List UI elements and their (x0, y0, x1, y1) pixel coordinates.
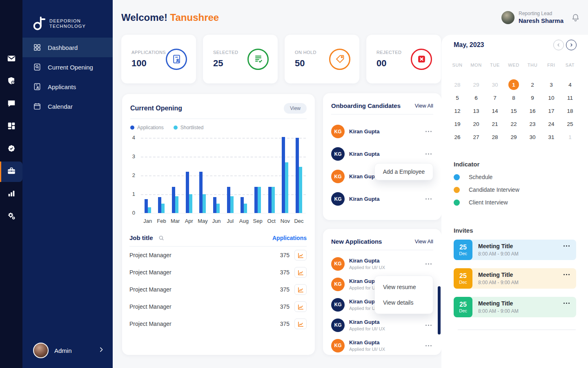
meeting-card[interactable]: 25 Dec Meeting Title 8:00 AM - 9:00 AM (454, 297, 576, 317)
bar-chart-icon (7, 189, 16, 200)
meeting-card[interactable]: 25 Dec Meeting Title 8:00 AM - 9:00 AM (454, 240, 576, 260)
add-employee-popup: Add a Employee (374, 163, 433, 180)
chevron-right-icon[interactable] (98, 346, 105, 355)
calendar-day[interactable]: 15 (504, 104, 523, 117)
context-menu-item[interactable]: View resume (375, 279, 433, 295)
meeting-card[interactable]: 25 Dec Meeting Title 8:00 AM - 9:00 AM (454, 268, 576, 289)
meeting-time: 8:00 AM - 9:00 AM (478, 280, 519, 285)
trend-chart-button[interactable] (294, 267, 307, 278)
calendar-day[interactable]: 1 (504, 78, 523, 91)
nav-applicants-icon (33, 83, 41, 91)
more-options-icon[interactable] (424, 262, 433, 266)
more-options-icon[interactable] (424, 129, 433, 134)
admin-row[interactable]: Admin (22, 343, 113, 358)
calendar-day[interactable]: 8 (504, 91, 523, 104)
calendar-day[interactable]: 13 (467, 104, 486, 117)
sidebar-item[interactable]: Dashboard (22, 38, 113, 57)
bar-group-sep (254, 138, 261, 213)
calendar-day[interactable]: 11 (561, 91, 579, 104)
grid-icon (7, 121, 16, 132)
more-options-icon[interactable] (562, 272, 571, 277)
calendar-day[interactable]: 18 (561, 104, 579, 117)
new-applications-view-all-link[interactable]: View All (415, 238, 433, 245)
admin-avatar (33, 343, 49, 358)
reporting-lead-name: Naresh Sharma (519, 17, 564, 24)
calendar-day[interactable]: 17 (542, 104, 561, 117)
calendar-day[interactable]: 21 (486, 117, 504, 130)
trend-chart-button[interactable] (294, 250, 307, 260)
nav-dashboard-icon (33, 43, 41, 52)
calendar-day[interactable]: 29 (467, 78, 486, 91)
calendar-day[interactable]: 22 (504, 117, 523, 130)
calendar-day[interactable]: 25 (561, 117, 579, 130)
calendar-day[interactable]: 3 (542, 78, 561, 91)
calendar-day[interactable]: 27 (467, 130, 486, 144)
calendar-day[interactable]: 12 (448, 104, 467, 117)
calendar-day[interactable]: 20 (467, 117, 486, 130)
chat-icon (7, 99, 16, 110)
view-button[interactable]: View (284, 103, 307, 114)
calendar-day[interactable]: 28 (486, 130, 504, 144)
indicator-label: Client Interview (469, 199, 508, 206)
more-options-icon[interactable] (562, 244, 571, 248)
meeting-title: Meeting Title (478, 243, 519, 249)
calendar-day[interactable]: 29 (504, 130, 523, 144)
calendar-day[interactable]: 30 (523, 130, 542, 144)
calendar-day[interactable]: 10 (542, 91, 561, 104)
calendar-day[interactable]: 24 (542, 117, 561, 130)
bar-group-nov (282, 138, 288, 213)
calendar-day[interactable]: 5 (448, 91, 467, 104)
nav-calendar-icon (33, 102, 41, 110)
sidebar-item[interactable]: Current Opening (22, 57, 113, 77)
page-title: Welcome! Tanushree (121, 12, 219, 23)
calendar-day[interactable]: 1 (561, 130, 579, 144)
admin-label: Admin (54, 347, 72, 354)
more-options-icon[interactable] (424, 152, 433, 156)
calendar-day[interactable]: 6 (467, 91, 486, 104)
calendar-next-icon[interactable] (566, 40, 577, 50)
trend-chart-button[interactable] (294, 301, 307, 312)
more-options-icon[interactable] (424, 197, 433, 201)
onboarding-title: Onboarding Candidates (331, 102, 401, 109)
job-applications-count: 375 (280, 252, 290, 258)
more-options-icon[interactable] (424, 323, 433, 328)
stat-label: REJECTED (376, 50, 401, 55)
calendar-day[interactable]: 2 (523, 78, 542, 91)
calendar-day-headers: SUNMONTUEWEDTHUFRISAT (448, 61, 577, 69)
onboarding-view-all-link[interactable]: View All (415, 103, 433, 109)
calendar-day[interactable]: 7 (486, 91, 504, 104)
sidebar-item[interactable]: Calendar (22, 96, 113, 116)
calendar-day[interactable]: 31 (542, 130, 561, 144)
application-row: KG Kiran Gupta Applied for UI/ UX (331, 254, 433, 274)
search-icon[interactable] (158, 235, 165, 241)
calendar-day[interactable]: 26 (448, 130, 467, 144)
trend-chart-button[interactable] (294, 284, 307, 295)
scrollbar-thumb[interactable] (438, 286, 441, 334)
sidebar-item[interactable]: Applicants (22, 77, 113, 96)
notification-bell-icon[interactable] (571, 13, 580, 24)
calendar-day[interactable]: 9 (523, 91, 542, 104)
calendar-day[interactable]: 30 (486, 78, 504, 91)
indicator-dot (454, 187, 460, 193)
more-options-icon[interactable] (562, 301, 571, 305)
calendar-day[interactable]: 23 (523, 117, 542, 130)
calendar-day[interactable]: 16 (523, 104, 542, 117)
trend-chart-button[interactable] (294, 319, 307, 329)
application-context-menu: View resumeView details (374, 276, 433, 314)
rail-icon-list (0, 49, 22, 229)
context-menu-item[interactable]: View details (375, 295, 433, 310)
applications-link[interactable]: Applications (272, 235, 307, 241)
avatar: KG (331, 192, 345, 206)
bar-group-mar (172, 138, 178, 213)
calendar-day[interactable]: 4 (561, 78, 579, 91)
settings-gears-icon (7, 211, 16, 222)
calendar-day[interactable]: 28 (448, 78, 467, 91)
more-options-icon[interactable] (424, 343, 433, 348)
job-name: Project Manager (129, 321, 280, 327)
calendar-day[interactable]: 19 (448, 117, 467, 130)
calendar-day[interactable]: 14 (486, 104, 504, 117)
calendar-prev-icon[interactable] (553, 40, 564, 50)
reporting-lead[interactable]: Reporting Lead Naresh Sharma (501, 11, 564, 24)
add-employee-menu-item[interactable]: Add a Employee (383, 168, 425, 175)
job-applications-count: 375 (280, 269, 290, 276)
